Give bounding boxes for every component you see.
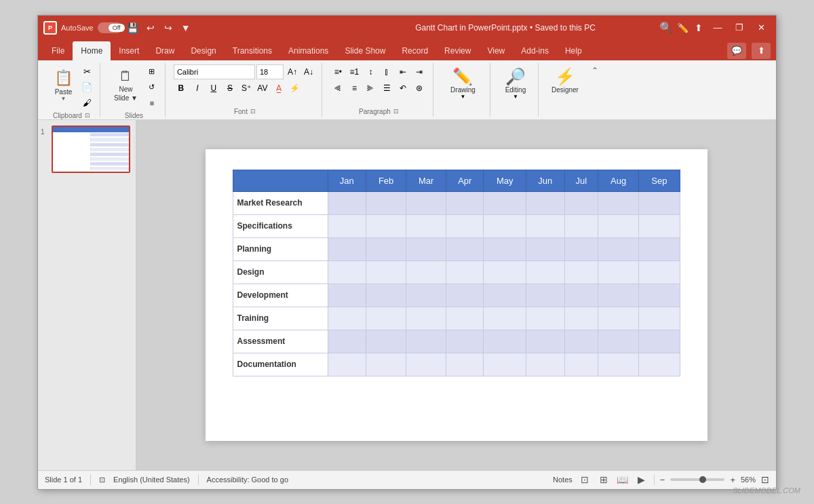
text-direction-button[interactable]: ↶ (395, 81, 410, 96)
zoom-level[interactable]: 56% (741, 476, 756, 484)
tab-animations[interactable]: Animations (280, 41, 336, 60)
editing-button[interactable]: 🔎 Editing ▼ (499, 64, 532, 102)
highlight-button[interactable]: ⚡ (288, 81, 303, 96)
save-icon[interactable]: 💾 (126, 22, 140, 33)
zoom-slider[interactable] (670, 478, 724, 481)
tab-transitions[interactable]: Transitions (225, 41, 280, 60)
designer-button[interactable]: ⚡ Designer (547, 64, 583, 96)
undo-icon[interactable]: ↩ (144, 22, 157, 33)
columns-button[interactable]: ⫿ (379, 64, 394, 79)
underline-button[interactable]: U (206, 81, 221, 96)
clipboard-sub-buttons: ✂ 📄 🖌 (79, 64, 94, 111)
paste-button[interactable]: 📋 Paste ▼ (49, 64, 78, 106)
increase-indent-button[interactable]: ⇥ (412, 64, 427, 79)
slide[interactable]: Jan Feb Mar Apr May Jun Jul Aug Sep (206, 149, 708, 441)
font-color-button[interactable]: A̲ (271, 81, 286, 96)
decrease-font-button[interactable]: A↓ (301, 64, 316, 79)
font-expand[interactable]: ⊡ (250, 108, 256, 115)
share-button[interactable]: ⬆ (752, 43, 771, 59)
tab-review[interactable]: Review (436, 41, 479, 60)
window-title: Gantt Chart in PowerPoint.pptx • Saved t… (351, 23, 659, 33)
tab-insert[interactable]: Insert (111, 41, 147, 60)
tab-record[interactable]: Record (393, 41, 436, 60)
main-area: 1 (38, 120, 776, 470)
layout-button[interactable]: ⊞ (144, 64, 159, 79)
row-cell (598, 237, 638, 260)
increase-font-button[interactable]: A↑ (285, 64, 300, 79)
drawing-dropdown[interactable]: ▼ (460, 94, 465, 100)
drawing-label: Drawing (450, 86, 476, 94)
decrease-indent-button[interactable]: ⇤ (395, 64, 410, 79)
copy-button[interactable]: 📄 (79, 80, 94, 95)
bullet-list-button[interactable]: ≡• (330, 64, 345, 79)
tab-help[interactable]: Help (557, 41, 590, 60)
strikethrough-button[interactable]: S (222, 81, 237, 96)
new-slide-button[interactable]: 🗒 New Slide ▼ (109, 64, 143, 106)
format-painter-button[interactable]: 🖌 (79, 96, 94, 111)
drawing-button[interactable]: ✏️ Drawing ▼ (446, 64, 480, 102)
minimize-button[interactable]: — (708, 18, 727, 37)
share-icon[interactable]: ⬆ (692, 22, 705, 33)
close-button[interactable]: ✕ (752, 18, 771, 37)
redo-icon[interactable]: ↪ (161, 22, 175, 33)
search-icon[interactable]: 🔍 (659, 21, 673, 34)
editing-dropdown[interactable]: ▼ (513, 94, 518, 100)
pen-icon[interactable]: ✏️ (676, 22, 689, 33)
font-family-input[interactable] (174, 64, 255, 79)
reading-view-button[interactable]: 📖 (616, 473, 629, 486)
status-fit-icon[interactable]: ⊡ (99, 476, 105, 484)
status-bar: Slide 1 of 1 ⊡ English (United States) A… (38, 470, 776, 489)
tab-view[interactable]: View (479, 41, 513, 60)
row-cell (564, 260, 598, 284)
shadow-button[interactable]: S⁺ (239, 81, 254, 96)
italic-button[interactable]: I (190, 81, 205, 96)
row-cell (406, 307, 446, 330)
customize-icon[interactable]: ▼ (179, 22, 193, 33)
slides-items: 🗒 New Slide ▼ ⊞ ↺ ≡ (109, 64, 159, 111)
designer-items: ⚡ Designer (547, 64, 583, 106)
gantt-header-row: Jan Feb Mar Apr May Jun Jul Aug Sep (233, 170, 680, 191)
notes-button[interactable]: Notes (553, 476, 573, 484)
fit-slide-button[interactable]: ⊡ (761, 474, 769, 485)
cut-button[interactable]: ✂ (79, 64, 94, 79)
restore-button[interactable]: ❐ (730, 18, 749, 37)
align-left-button[interactable]: ⫷ (330, 81, 345, 96)
bold-button[interactable]: B (174, 81, 189, 96)
table-row: Training (233, 307, 680, 330)
table-row: Design (233, 260, 680, 284)
zoom-out-icon[interactable]: − (660, 475, 665, 485)
slideshow-button[interactable]: ▶ (635, 473, 648, 486)
justify-button[interactable]: ☰ (379, 81, 394, 96)
ribbon-right-actions: 💬 ⬆ (727, 43, 771, 60)
line-spacing-button[interactable]: ↕ (363, 64, 378, 79)
slide-content-area[interactable]: Jan Feb Mar Apr May Jun Jul Aug Sep (136, 120, 776, 470)
numbered-list-button[interactable]: ≡1 (347, 64, 362, 79)
para-expand[interactable]: ⊡ (393, 108, 399, 115)
section-button[interactable]: ≡ (144, 96, 159, 111)
char-spacing-button[interactable]: AV (255, 81, 270, 96)
font-size-input[interactable] (256, 64, 284, 79)
comments-button[interactable]: 💬 (727, 43, 746, 59)
normal-view-button[interactable]: ⊡ (578, 473, 592, 486)
align-center-button[interactable]: ≡ (347, 81, 362, 96)
tab-draw[interactable]: Draw (147, 41, 182, 60)
tab-home[interactable]: Home (73, 41, 111, 60)
row-cell (328, 191, 366, 214)
zoom-in-icon[interactable]: + (730, 475, 735, 485)
convert-smartart-button[interactable]: ⊛ (412, 81, 427, 96)
table-row: Assessment (233, 330, 680, 353)
tab-slideshow[interactable]: Slide Show (336, 41, 393, 60)
paste-dropdown[interactable]: ▼ (61, 96, 66, 102)
slide-thumbnail[interactable] (52, 125, 130, 173)
autosave-toggle[interactable]: Off (98, 22, 122, 33)
slide-sorter-button[interactable]: ⊞ (597, 473, 610, 486)
reset-button[interactable]: ↺ (144, 80, 159, 95)
tab-addins[interactable]: Add-ins (513, 41, 557, 60)
ribbon-collapse-button[interactable]: ⌃ (592, 66, 598, 75)
align-right-button[interactable]: ⫸ (363, 81, 378, 96)
tab-file[interactable]: File (43, 41, 73, 60)
gantt-table: Jan Feb Mar Apr May Jun Jul Aug Sep (233, 170, 680, 376)
clipboard-expand[interactable]: ⊡ (85, 112, 90, 119)
tab-design[interactable]: Design (182, 41, 224, 60)
designer-icon: ⚡ (555, 67, 575, 86)
